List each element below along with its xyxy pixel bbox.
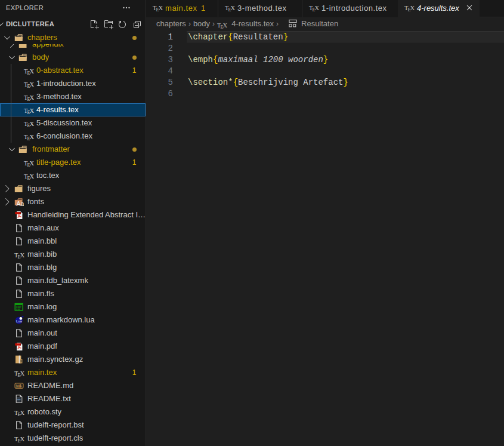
svg-text:M: M [16,383,20,389]
svg-text:Aa: Aa [16,200,24,207]
svg-text:Lua: Lua [16,319,23,323]
